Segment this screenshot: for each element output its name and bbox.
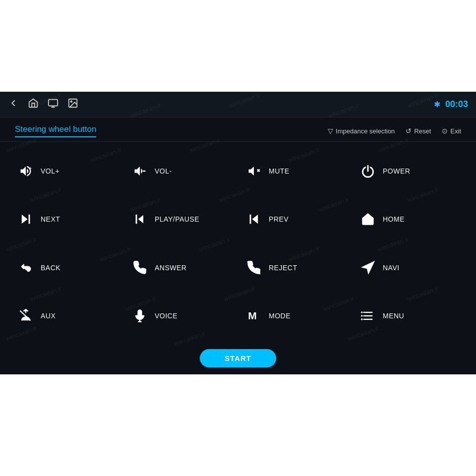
vol-down-icon xyxy=(132,164,148,178)
mode-button[interactable]: M MODE xyxy=(238,292,352,341)
exit-label: Exit xyxy=(450,127,461,135)
header-actions: ▽ Impedance selection ↺ Reset ⊙ Exit xyxy=(328,127,461,135)
svg-marker-9 xyxy=(22,215,28,224)
mode-label: MODE xyxy=(269,312,291,320)
navi-icon xyxy=(360,261,376,275)
next-label: NEXT xyxy=(41,215,60,223)
power-button[interactable]: POWER xyxy=(352,147,466,195)
vol-minus-label: VOL- xyxy=(155,167,172,175)
exit-action[interactable]: ⊙ Exit xyxy=(442,127,461,135)
aux-label: AUX xyxy=(41,312,56,320)
next-icon xyxy=(18,212,34,226)
vol-plus-label: VOL+ xyxy=(41,167,60,175)
menu-button[interactable]: MENU xyxy=(352,292,466,341)
voice-icon xyxy=(132,309,148,323)
reject-label: REJECT xyxy=(269,264,297,272)
answer-button[interactable]: ANSWER xyxy=(124,243,238,292)
exit-icon: ⊙ xyxy=(442,127,448,135)
play-pause-label: PLAY/PAUSE xyxy=(155,215,199,223)
content-area: Steering wheel button ▽ Impedance select… xyxy=(0,118,476,374)
buttons-grid: + VOL+ VOL- MUTE xyxy=(0,142,476,345)
home-button[interactable]: HOME xyxy=(352,195,466,244)
reset-label: Reset xyxy=(414,127,431,135)
home-label: HOME xyxy=(383,215,405,223)
answer-label: ANSWER xyxy=(155,264,186,272)
svg-marker-13 xyxy=(252,215,258,224)
prev-label: PREV xyxy=(269,215,289,223)
home-icon[interactable] xyxy=(28,98,39,111)
home-btn-icon xyxy=(360,212,376,226)
reset-icon: ↺ xyxy=(406,127,412,135)
svg-point-4 xyxy=(70,101,72,102)
reject-button[interactable]: REJECT xyxy=(238,243,352,292)
prev-button[interactable]: PREV xyxy=(238,195,352,244)
reset-action[interactable]: ↺ Reset xyxy=(406,127,431,135)
voice-label: VOICE xyxy=(155,312,178,320)
menu-label: MENU xyxy=(383,312,404,320)
power-label: POWER xyxy=(383,167,410,175)
page-header: Steering wheel button ▽ Impedance select… xyxy=(0,118,476,142)
aux-icon xyxy=(18,309,34,323)
app-container: wincairan.ir wincairan.ir wincairan.ir w… xyxy=(0,92,476,374)
menu-icon xyxy=(360,309,376,323)
mode-icon: M xyxy=(246,309,262,323)
start-button[interactable]: START xyxy=(200,349,276,367)
mute-button[interactable]: MUTE xyxy=(238,147,352,195)
power-icon xyxy=(360,164,376,178)
svg-text:M: M xyxy=(248,310,256,321)
back-icon[interactable] xyxy=(8,98,19,111)
vol-plus-button[interactable]: + VOL+ xyxy=(10,147,124,195)
svg-rect-6 xyxy=(143,171,146,172)
top-bar: ✱ 00:03 xyxy=(0,92,476,118)
prev-icon xyxy=(246,212,262,226)
svg-marker-16 xyxy=(363,262,374,273)
screen-icon[interactable] xyxy=(48,98,59,111)
navi-label: NAVI xyxy=(383,264,400,272)
play-pause-button[interactable]: PLAY/PAUSE xyxy=(124,195,238,244)
impedance-label: Impedance selection xyxy=(336,127,395,135)
mute-icon xyxy=(246,164,262,178)
svg-point-25 xyxy=(361,312,363,314)
aux-button[interactable]: AUX xyxy=(10,292,124,341)
reject-icon xyxy=(246,261,262,275)
gallery-icon[interactable] xyxy=(67,98,78,111)
svg-point-26 xyxy=(361,315,363,317)
navi-button[interactable]: NAVI xyxy=(352,243,466,292)
mute-label: MUTE xyxy=(269,167,290,175)
bluetooth-icon: ✱ xyxy=(434,100,440,109)
answer-icon xyxy=(132,261,148,275)
clock-display: 00:03 xyxy=(445,99,468,110)
play-pause-icon xyxy=(132,212,148,226)
vol-up-icon: + xyxy=(18,164,34,178)
start-button-area: START xyxy=(0,345,476,374)
page-title: Steering wheel button xyxy=(15,124,96,137)
svg-rect-0 xyxy=(49,100,58,106)
back-button[interactable]: BACK xyxy=(10,243,124,292)
impedance-icon: ▽ xyxy=(328,127,333,135)
next-button[interactable]: NEXT xyxy=(10,195,124,244)
voice-button[interactable]: VOICE xyxy=(124,292,238,341)
svg-marker-12 xyxy=(138,215,144,223)
impedance-selection-action[interactable]: ▽ Impedance selection xyxy=(328,127,395,135)
vol-minus-button[interactable]: VOL- xyxy=(124,147,238,195)
back-btn-icon xyxy=(18,261,34,275)
top-bar-right: ✱ 00:03 xyxy=(434,99,468,110)
nav-icons xyxy=(8,98,78,111)
svg-point-27 xyxy=(361,319,363,321)
svg-text:+: + xyxy=(29,164,32,171)
back-label: BACK xyxy=(41,264,60,272)
bottom-white-area xyxy=(0,374,476,476)
top-white-area xyxy=(0,0,476,92)
